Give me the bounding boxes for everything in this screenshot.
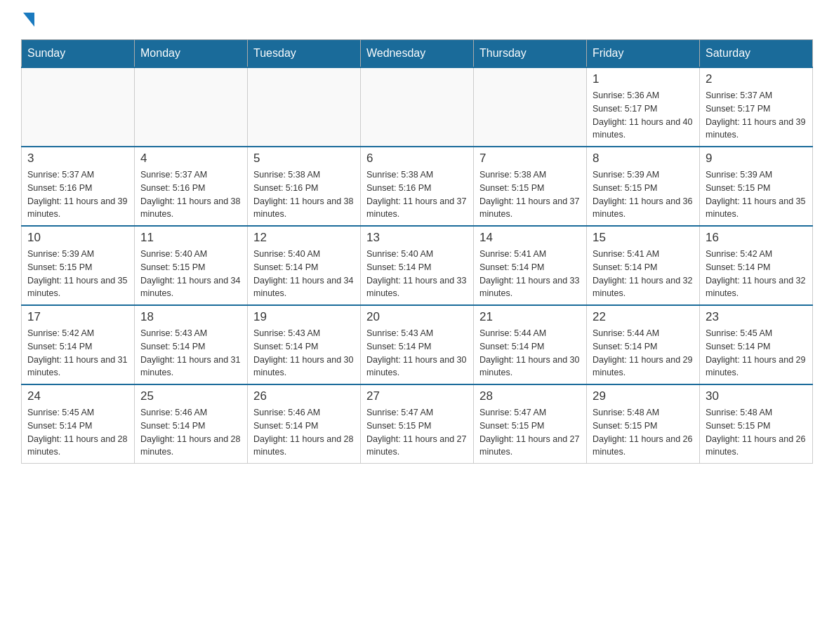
calendar-cell: 2Sunrise: 5:37 AMSunset: 5:17 PMDaylight… — [700, 67, 813, 147]
sun-info: Sunrise: 5:48 AMSunset: 5:15 PMDaylight:… — [706, 406, 807, 459]
sun-info: Sunrise: 5:40 AMSunset: 5:14 PMDaylight:… — [366, 248, 468, 300]
week-row-4: 17Sunrise: 5:42 AMSunset: 5:14 PMDayligh… — [22, 305, 813, 384]
calendar-cell: 29Sunrise: 5:48 AMSunset: 5:15 PMDayligh… — [587, 384, 700, 464]
day-number: 14 — [479, 231, 581, 245]
calendar-cell: 9Sunrise: 5:39 AMSunset: 5:15 PMDaylight… — [700, 147, 813, 226]
sun-info: Sunrise: 5:37 AMSunset: 5:16 PMDaylight:… — [27, 168, 128, 221]
day-number: 26 — [253, 389, 355, 403]
calendar-cell: 7Sunrise: 5:38 AMSunset: 5:15 PMDaylight… — [474, 147, 587, 226]
sun-info: Sunrise: 5:41 AMSunset: 5:14 PMDaylight:… — [593, 248, 694, 300]
day-number: 13 — [366, 231, 468, 245]
calendar-cell: 21Sunrise: 5:44 AMSunset: 5:14 PMDayligh… — [474, 305, 587, 384]
sun-info: Sunrise: 5:45 AMSunset: 5:14 PMDaylight:… — [27, 406, 128, 459]
calendar-cell: 18Sunrise: 5:43 AMSunset: 5:14 PMDayligh… — [135, 305, 248, 384]
calendar-header-wednesday: Wednesday — [361, 40, 474, 68]
calendar-cell: 17Sunrise: 5:42 AMSunset: 5:14 PMDayligh… — [22, 305, 135, 384]
sun-info: Sunrise: 5:39 AMSunset: 5:15 PMDaylight:… — [27, 248, 128, 300]
calendar-cell: 16Sunrise: 5:42 AMSunset: 5:14 PMDayligh… — [700, 226, 813, 305]
calendar-cell: 13Sunrise: 5:40 AMSunset: 5:14 PMDayligh… — [361, 226, 474, 305]
day-number: 23 — [706, 310, 807, 324]
sun-info: Sunrise: 5:47 AMSunset: 5:15 PMDaylight:… — [479, 406, 581, 459]
page-header — [21, 14, 813, 25]
calendar-cell — [135, 67, 248, 147]
sun-info: Sunrise: 5:43 AMSunset: 5:14 PMDaylight:… — [253, 327, 355, 380]
calendar-header-monday: Monday — [135, 40, 248, 68]
calendar-cell: 5Sunrise: 5:38 AMSunset: 5:16 PMDaylight… — [248, 147, 361, 226]
calendar-cell: 6Sunrise: 5:38 AMSunset: 5:16 PMDaylight… — [361, 147, 474, 226]
calendar-cell: 1Sunrise: 5:36 AMSunset: 5:17 PMDaylight… — [587, 67, 700, 147]
sun-info: Sunrise: 5:38 AMSunset: 5:15 PMDaylight:… — [479, 168, 581, 221]
calendar-cell: 27Sunrise: 5:47 AMSunset: 5:15 PMDayligh… — [361, 384, 474, 464]
day-number: 24 — [27, 389, 128, 403]
day-number: 8 — [593, 152, 694, 166]
day-number: 4 — [140, 152, 241, 166]
calendar-cell — [248, 67, 361, 147]
day-number: 12 — [253, 231, 355, 245]
calendar-header-friday: Friday — [587, 40, 700, 68]
calendar-header-tuesday: Tuesday — [248, 40, 361, 68]
day-number: 30 — [706, 389, 807, 403]
day-number: 22 — [593, 310, 694, 324]
calendar-cell — [22, 67, 135, 147]
day-number: 27 — [366, 389, 468, 403]
sun-info: Sunrise: 5:48 AMSunset: 5:15 PMDaylight:… — [593, 406, 694, 459]
day-number: 2 — [706, 72, 807, 86]
day-number: 19 — [253, 310, 355, 324]
sun-info: Sunrise: 5:37 AMSunset: 5:17 PMDaylight:… — [706, 89, 807, 142]
day-number: 9 — [706, 152, 807, 166]
logo — [21, 14, 34, 25]
calendar-header-row: SundayMondayTuesdayWednesdayThursdayFrid… — [22, 40, 813, 68]
calendar-cell: 20Sunrise: 5:43 AMSunset: 5:14 PMDayligh… — [361, 305, 474, 384]
calendar-cell: 4Sunrise: 5:37 AMSunset: 5:16 PMDaylight… — [135, 147, 248, 226]
calendar-cell: 3Sunrise: 5:37 AMSunset: 5:16 PMDaylight… — [22, 147, 135, 226]
day-number: 29 — [593, 389, 694, 403]
sun-info: Sunrise: 5:40 AMSunset: 5:14 PMDaylight:… — [253, 248, 355, 300]
calendar-cell — [361, 67, 474, 147]
day-number: 6 — [366, 152, 468, 166]
calendar-cell: 26Sunrise: 5:46 AMSunset: 5:14 PMDayligh… — [248, 384, 361, 464]
day-number: 16 — [706, 231, 807, 245]
calendar-header-sunday: Sunday — [22, 40, 135, 68]
sun-info: Sunrise: 5:40 AMSunset: 5:15 PMDaylight:… — [140, 248, 241, 300]
day-number: 21 — [479, 310, 581, 324]
calendar-header-saturday: Saturday — [700, 40, 813, 68]
calendar-cell: 24Sunrise: 5:45 AMSunset: 5:14 PMDayligh… — [22, 384, 135, 464]
calendar-cell: 19Sunrise: 5:43 AMSunset: 5:14 PMDayligh… — [248, 305, 361, 384]
week-row-3: 10Sunrise: 5:39 AMSunset: 5:15 PMDayligh… — [22, 226, 813, 305]
sun-info: Sunrise: 5:42 AMSunset: 5:14 PMDaylight:… — [706, 248, 807, 300]
sun-info: Sunrise: 5:39 AMSunset: 5:15 PMDaylight:… — [593, 168, 694, 221]
day-number: 5 — [253, 152, 355, 166]
sun-info: Sunrise: 5:38 AMSunset: 5:16 PMDaylight:… — [366, 168, 468, 221]
calendar-cell — [474, 67, 587, 147]
sun-info: Sunrise: 5:42 AMSunset: 5:14 PMDaylight:… — [27, 327, 128, 380]
week-row-1: 1Sunrise: 5:36 AMSunset: 5:17 PMDaylight… — [22, 67, 813, 147]
sun-info: Sunrise: 5:46 AMSunset: 5:14 PMDaylight:… — [140, 406, 241, 459]
calendar-cell: 28Sunrise: 5:47 AMSunset: 5:15 PMDayligh… — [474, 384, 587, 464]
calendar-cell: 10Sunrise: 5:39 AMSunset: 5:15 PMDayligh… — [22, 226, 135, 305]
calendar-cell: 25Sunrise: 5:46 AMSunset: 5:14 PMDayligh… — [135, 384, 248, 464]
calendar-cell: 8Sunrise: 5:39 AMSunset: 5:15 PMDaylight… — [587, 147, 700, 226]
sun-info: Sunrise: 5:45 AMSunset: 5:14 PMDaylight:… — [706, 327, 807, 380]
calendar-cell: 15Sunrise: 5:41 AMSunset: 5:14 PMDayligh… — [587, 226, 700, 305]
day-number: 3 — [27, 152, 128, 166]
calendar-cell: 22Sunrise: 5:44 AMSunset: 5:14 PMDayligh… — [587, 305, 700, 384]
calendar-cell: 12Sunrise: 5:40 AMSunset: 5:14 PMDayligh… — [248, 226, 361, 305]
week-row-5: 24Sunrise: 5:45 AMSunset: 5:14 PMDayligh… — [22, 384, 813, 464]
sun-info: Sunrise: 5:44 AMSunset: 5:14 PMDaylight:… — [593, 327, 694, 380]
day-number: 25 — [140, 389, 241, 403]
sun-info: Sunrise: 5:41 AMSunset: 5:14 PMDaylight:… — [479, 248, 581, 300]
sun-info: Sunrise: 5:43 AMSunset: 5:14 PMDaylight:… — [140, 327, 241, 380]
day-number: 28 — [479, 389, 581, 403]
sun-info: Sunrise: 5:36 AMSunset: 5:17 PMDaylight:… — [593, 89, 694, 142]
day-number: 17 — [27, 310, 128, 324]
day-number: 20 — [366, 310, 468, 324]
calendar-cell: 30Sunrise: 5:48 AMSunset: 5:15 PMDayligh… — [700, 384, 813, 464]
sun-info: Sunrise: 5:46 AMSunset: 5:14 PMDaylight:… — [253, 406, 355, 459]
day-number: 1 — [593, 72, 694, 86]
sun-info: Sunrise: 5:44 AMSunset: 5:14 PMDaylight:… — [479, 327, 581, 380]
calendar-cell: 14Sunrise: 5:41 AMSunset: 5:14 PMDayligh… — [474, 226, 587, 305]
sun-info: Sunrise: 5:47 AMSunset: 5:15 PMDaylight:… — [366, 406, 468, 459]
logo-triangle-icon — [23, 13, 34, 27]
day-number: 11 — [140, 231, 241, 245]
sun-info: Sunrise: 5:39 AMSunset: 5:15 PMDaylight:… — [706, 168, 807, 221]
